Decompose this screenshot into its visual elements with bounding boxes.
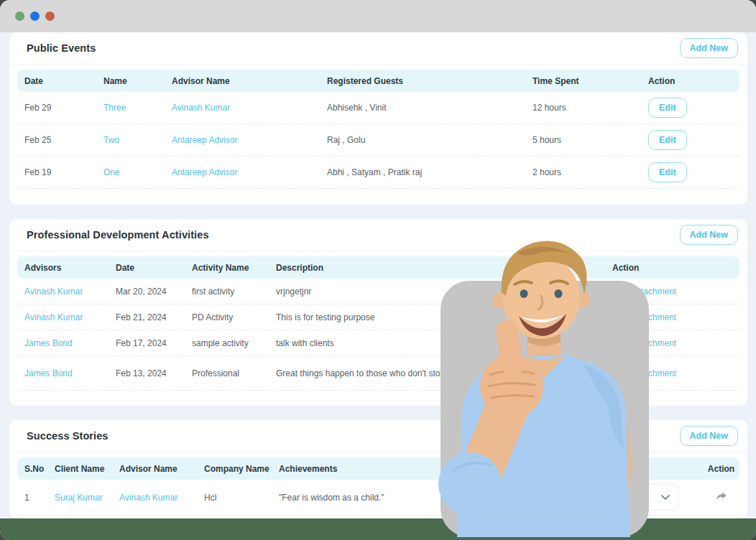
page-title: Public Events [27, 42, 96, 54]
registered-guests: Raj , Golu [320, 134, 525, 146]
activity-name: Professional [185, 367, 269, 380]
advisor-name-link[interactable]: Avinash Kumar [24, 312, 83, 322]
activity-name: sample activity [185, 337, 269, 350]
event-date: Feb 29 [17, 101, 96, 114]
window-control-blue-icon[interactable] [30, 11, 40, 21]
activity-name: PD Activity [185, 311, 269, 324]
column-header-guests: Registered Guests [320, 76, 525, 86]
column-header-action: Action [703, 464, 739, 474]
advisor-name-link[interactable]: James Bond [24, 368, 73, 378]
column-header-advisor: Advisor Name [112, 464, 197, 474]
registered-guests: Abhisehk , Vinit [320, 101, 525, 114]
column-header-advisor: Advisor Name [165, 76, 320, 86]
event-name-link[interactable]: Two [103, 135, 119, 145]
chevron-down-icon [661, 495, 670, 501]
activity-name: first activity [185, 285, 269, 298]
activity-date: Feb 21, 2024 [109, 311, 185, 324]
table-header-row: Date Name Advisor Name Registered Guests… [17, 70, 739, 92]
advisor-name-link[interactable]: Avinash Kumar [119, 493, 178, 503]
public-events-card: Public Events Add New Date Name Advisor … [9, 32, 747, 205]
public-events-table: Date Name Advisor Name Registered Guests… [17, 70, 739, 189]
activity-date: Mar 20, 2024 [109, 285, 185, 298]
event-date: Feb 19 [17, 166, 96, 179]
time-spent: 2 hours [525, 166, 641, 179]
thumbs-up-man-photo: depositphotos [438, 234, 651, 540]
add-new-button[interactable]: Add New [680, 38, 738, 58]
advisor-name-link[interactable]: James Bond [24, 338, 73, 348]
column-header-advisors: Advisors [17, 263, 109, 273]
section-title: Professional Development Activities [27, 229, 209, 241]
time-spent: 12 hours [525, 101, 641, 114]
window-control-red-icon[interactable] [45, 11, 55, 21]
divider [9, 64, 747, 65]
column-header-time: Time Spent [525, 76, 641, 86]
edit-button[interactable]: Edit [648, 98, 687, 118]
advisor-name-link[interactable]: Antareep Advisor [172, 167, 237, 177]
column-header-company: Company Name [197, 464, 272, 474]
column-header-date: Date [109, 263, 185, 273]
client-name-link[interactable]: Suraj Kumar [55, 493, 103, 503]
advisor-name-link[interactable]: Antareep Advisor [172, 135, 237, 145]
thumbs-up-man-illustration: depositphotos [438, 234, 651, 540]
table-row: Feb 19 One Antareep Advisor Abhi , Satya… [17, 157, 739, 189]
activity-date: Feb 17, 2024 [109, 337, 185, 350]
advisor-name-link[interactable]: Avinash Kumar [24, 287, 83, 297]
add-new-button[interactable]: Add New [680, 225, 738, 245]
time-spent: 5 hours [525, 134, 641, 146]
add-new-button[interactable]: Add New [680, 426, 738, 446]
section-title: Success Stories [27, 430, 109, 442]
app-window: Public Events Add New Date Name Advisor … [0, 0, 756, 540]
serial-number: 1 [17, 491, 47, 504]
table-row: Feb 29 Three Avinash Kumar Abhisehk , Vi… [17, 92, 739, 124]
column-header-date: Date [17, 76, 96, 86]
table-row: Feb 25 Two Antareep Advisor Raj , Golu 5… [17, 124, 739, 157]
column-header-client: Client Name [47, 464, 112, 474]
column-header-name: Name [96, 76, 165, 86]
advisor-name-link[interactable]: Avinash Kumar [172, 103, 230, 113]
event-name-link[interactable]: Three [103, 103, 126, 113]
window-control-green-icon[interactable] [15, 11, 24, 21]
column-header-action: Action [641, 76, 739, 86]
event-name-link[interactable]: One [103, 167, 120, 177]
registered-guests: Abhi , Satyam , Pratik raj [320, 166, 525, 179]
edit-button[interactable]: Edit [648, 130, 687, 150]
public-events-header: Public Events Add New [9, 32, 747, 64]
column-header-sno: S.No [17, 464, 47, 474]
event-date: Feb 25 [17, 134, 96, 146]
edit-button[interactable]: Edit [648, 162, 687, 182]
column-header-activity: Activity Name [185, 263, 269, 273]
company-name: Hcl [197, 491, 272, 504]
share-icon[interactable] [714, 490, 729, 506]
window-titlebar [0, 0, 756, 32]
activity-date: Feb 13, 2024 [109, 367, 185, 380]
